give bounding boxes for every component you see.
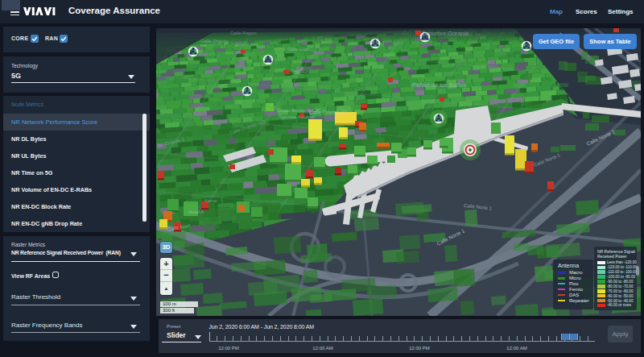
svg-text:Calle Rayon: Calle Rayon: [230, 31, 257, 35]
svg-text:Peñon: Peñon: [291, 68, 310, 75]
svg-text:Hotel A: Hotel A: [188, 210, 204, 214]
svg-text:Kame: Kame: [204, 198, 217, 203]
svg-text:Calle Oriente: Calle Oriente: [200, 39, 229, 44]
svg-text:Calle Lras: Calle Lras: [287, 47, 309, 52]
svg-text:Peñon de los Baños: Peñon de los Baños: [412, 81, 466, 89]
svg-text:Deportivo Oceania: Deportivo Oceania: [422, 31, 469, 37]
svg-text:Calle Oriente 27: Calle Oriente 27: [309, 110, 347, 115]
